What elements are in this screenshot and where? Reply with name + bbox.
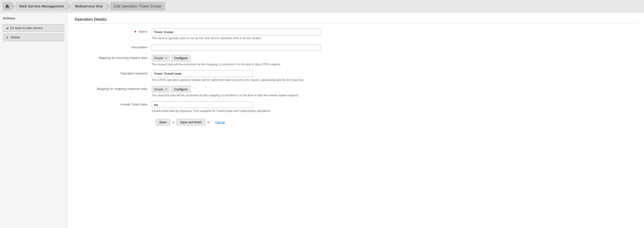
home-button[interactable] (2, 2, 12, 10)
mapping-incoming-row: Mapping for incoming request data: Simpl… (75, 55, 637, 67)
sidebar: Actions ◀ Go back to web service 🗑 Delet… (0, 12, 68, 228)
mapping-incoming-field: Simple ✕ Configure The request data will… (152, 55, 320, 67)
description-input[interactable] (152, 44, 320, 51)
breadcrumb-sep-2 (68, 2, 71, 10)
breadcrumb-edit-operation: Edit Operation: Ticket::Create (110, 2, 165, 10)
mapping-incoming-configure-button[interactable]: Configure (171, 55, 191, 62)
include-ticket-hint: Include ticket data by response. Only av… (152, 109, 320, 113)
description-label: Description: (75, 44, 152, 49)
name-row: ★ Name: The name is typically used to ca… (75, 29, 637, 40)
main-content: Operation Details ★ Name: The name is ty… (68, 12, 644, 228)
operation-backend-label: Operation backend: (75, 70, 152, 75)
breadcrumb-webservice-one[interactable]: Webservice One (71, 2, 107, 10)
save-button[interactable]: Save (156, 119, 170, 125)
name-required-star: ★ (134, 30, 137, 33)
delete-button[interactable]: 🗑 Delete (3, 33, 64, 41)
operation-backend-row: Operation backend: This OTRS operation b… (75, 70, 637, 82)
operation-backend-field: This OTRS operation backend module will … (152, 70, 320, 82)
breadcrumb: Web Service Management Webservice One Ed… (0, 0, 644, 12)
mapping-outgoing-label: Mapping for outgoing response data: (75, 86, 152, 91)
include-ticket-input[interactable] (152, 101, 253, 108)
breadcrumb-web-service-management[interactable]: Web Service Management (16, 2, 68, 10)
operation-backend-input[interactable] (152, 70, 253, 77)
name-hint: The name is typically used to call up th… (152, 36, 320, 40)
mapping-outgoing-tag: Simple ✕ (152, 86, 170, 93)
name-input[interactable] (152, 29, 320, 35)
mapping-incoming-controls: Simple ✕ Configure (152, 55, 320, 62)
mapping-incoming-hint: The request data will be processed by th… (152, 62, 320, 67)
description-field-container (152, 44, 320, 51)
mapping-outgoing-remove[interactable]: ✕ (165, 88, 168, 91)
mapping-incoming-tag: Simple ✕ (152, 55, 170, 62)
back-icon: ◀ (6, 26, 8, 30)
action-row: Save or Save and finish or Cancel (75, 119, 637, 125)
breadcrumb-sep-3 (107, 2, 110, 10)
sidebar-title: Actions (3, 16, 64, 21)
save-and-finish-button[interactable]: Save and finish (176, 119, 205, 125)
name-label: ★ Name: (75, 29, 152, 33)
include-ticket-field: Include ticket data by response. Only av… (152, 101, 320, 113)
operation-backend-hint: This OTRS operation backend module will … (152, 78, 320, 82)
mapping-outgoing-field: Simple ✕ Configure The response data wil… (152, 86, 320, 98)
mapping-outgoing-configure-button[interactable]: Configure (171, 86, 191, 93)
description-row: Description: (75, 44, 637, 51)
include-ticket-row: Include Ticket Data: Include ticket data… (75, 101, 637, 113)
mapping-incoming-label: Mapping for incoming request data: (75, 55, 152, 60)
cancel-button[interactable]: Cancel (212, 119, 228, 125)
breadcrumb-sep-1 (12, 2, 16, 10)
or-text-2: or (207, 120, 210, 124)
or-text-1: or (172, 120, 175, 124)
section-title: Operation Details (75, 17, 637, 24)
name-field-container: The name is typically used to call up th… (152, 29, 320, 40)
delete-icon: 🗑 (6, 36, 9, 39)
include-ticket-label: Include Ticket Data: (75, 101, 152, 106)
go-back-button[interactable]: ◀ Go back to web service (3, 24, 64, 32)
mapping-outgoing-hint: The response data will be processed by t… (152, 94, 320, 98)
mapping-outgoing-row: Mapping for outgoing response data: Simp… (75, 86, 637, 98)
mapping-incoming-remove[interactable]: ✕ (165, 56, 168, 60)
mapping-outgoing-controls: Simple ✕ Configure (152, 86, 320, 93)
